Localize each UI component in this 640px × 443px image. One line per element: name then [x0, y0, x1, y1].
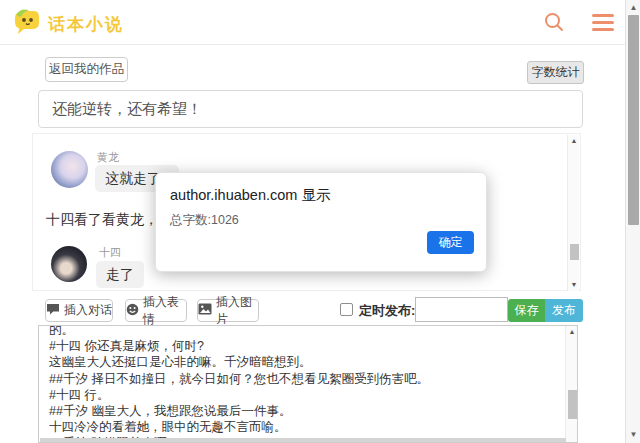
- speech-bubble-icon: [46, 303, 60, 319]
- schedule-publish-checkbox[interactable]: [340, 303, 353, 316]
- avatar: [51, 151, 88, 188]
- save-button[interactable]: 保存: [508, 299, 545, 322]
- confirm-button[interactable]: 确定: [427, 231, 474, 254]
- insert-emoji-button[interactable]: 插入表情: [125, 299, 187, 322]
- editor-horizontal-scrollbar[interactable]: [40, 438, 566, 442]
- alert-dialog: author.ihuaben.com 显示 总字数:1026 确定: [155, 172, 487, 272]
- scroll-down-icon[interactable]: ▼: [626, 428, 640, 442]
- speaker-name: 十四: [99, 245, 121, 260]
- schedule-publish-label: 定时发布:: [359, 302, 415, 320]
- schedule-time-input[interactable]: [415, 297, 508, 322]
- narration-text[interactable]: 十四看了看黄龙，对: [46, 211, 172, 229]
- search-icon[interactable]: [543, 11, 565, 37]
- scrollbar-thumb[interactable]: [568, 390, 577, 419]
- scroll-up-icon[interactable]: ▲: [568, 135, 580, 147]
- page: 话本小说 返回我的作品 字数统计 黄龙 这就走了? 十四看了看黄龙，对 十四 走…: [0, 0, 640, 443]
- editor-textarea[interactable]: 的。 #十四 你还真是麻烦，何时? 这幽皇大人还挺口是心非的嘛。千汐暗暗想到。 …: [38, 325, 578, 443]
- scrollbar-thumb[interactable]: [628, 15, 639, 225]
- editor-content: 的。 #十四 你还真是麻烦，何时? 这幽皇大人还挺口是心非的嘛。千汐暗暗想到。 …: [39, 325, 554, 443]
- chat-scrollbar[interactable]: ▲ ▼: [567, 135, 579, 291]
- logo[interactable]: 话本小说: [12, 8, 124, 40]
- chat-bubble[interactable]: 走了: [96, 261, 144, 288]
- insert-image-label: 插入图片: [216, 294, 258, 328]
- avatar: [51, 246, 87, 282]
- image-icon: [198, 303, 212, 318]
- back-to-works-button[interactable]: 返回我的作品: [45, 57, 128, 82]
- publish-button[interactable]: 发布: [545, 299, 583, 322]
- insert-image-button[interactable]: 插入图片: [197, 299, 259, 322]
- scrollbar-thumb[interactable]: [570, 244, 579, 260]
- browser-scrollbar[interactable]: ▲ ▼: [625, 0, 640, 443]
- chapter-title-input[interactable]: [38, 90, 583, 128]
- scroll-up-icon[interactable]: ▲: [626, 1, 640, 15]
- speaker-name: 黄龙: [97, 150, 119, 165]
- insert-emoji-label: 插入表情: [143, 294, 186, 328]
- smiley-face-icon: [126, 303, 139, 319]
- insert-dialogue-button[interactable]: 插入对话: [45, 299, 113, 322]
- scroll-down-icon[interactable]: ▼: [568, 279, 580, 291]
- scroll-up-icon[interactable]: ▲: [566, 326, 578, 338]
- menu-icon[interactable]: [592, 14, 614, 35]
- header: 话本小说: [0, 0, 625, 45]
- alert-dialog-title: author.ihuaben.com 显示: [170, 186, 330, 205]
- editor-scrollbar[interactable]: ▲: [565, 326, 577, 442]
- logo-mascot-icon: [12, 8, 42, 40]
- insert-dialogue-label: 插入对话: [64, 302, 112, 319]
- word-count-button[interactable]: 字数统计: [527, 61, 584, 84]
- alert-dialog-message: 总字数:1026: [170, 212, 239, 229]
- logo-text: 话本小说: [48, 13, 124, 36]
